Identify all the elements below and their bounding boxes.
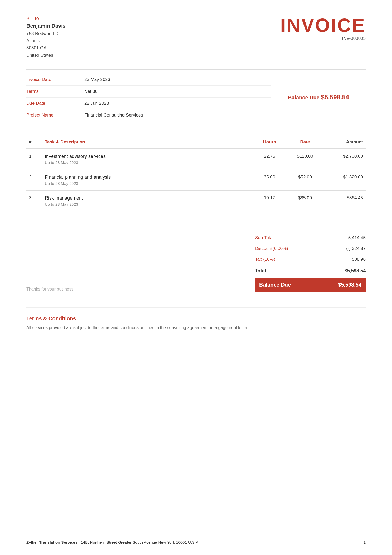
sub-total-label: Sub Total xyxy=(255,235,274,240)
discount-row: Discount(6.00%) (-) 324.87 xyxy=(255,243,366,254)
footer-company: Zylker Translation Services xyxy=(26,540,77,544)
bill-to-label: Bill To xyxy=(26,16,66,21)
row-num: 3 xyxy=(26,190,42,211)
footer-page: 1 xyxy=(364,540,366,544)
project-name-label: Project Name xyxy=(26,113,84,118)
balance-due-total-value: $5,598.54 xyxy=(338,282,361,288)
footer: Zylker Translation Services 14B, Norther… xyxy=(26,536,366,544)
col-rate: Rate xyxy=(287,136,324,149)
col-hours: Hours xyxy=(252,136,287,149)
sub-total-row: Sub Total 5,414.45 xyxy=(255,233,366,243)
info-left: Invoice Date 23 May 2023 Terms Net 30 Du… xyxy=(26,70,271,125)
header: Bill To Benjamin Davis 753 Redwood Dr At… xyxy=(26,16,366,59)
discount-value: (-) 324.87 xyxy=(346,246,366,251)
task-main: Risk management xyxy=(45,195,250,201)
table-row: 1 Investment advisory services Up to 23 … xyxy=(26,149,366,170)
items-table: # Task & Description Hours Rate Amount 1… xyxy=(26,136,366,211)
client-name: Benjamin Davis xyxy=(26,23,66,29)
col-hash: # xyxy=(26,136,42,149)
invoice-number: INV-000005 xyxy=(280,36,366,41)
terms-row: Terms Net 30 xyxy=(26,86,271,98)
footer-left: Zylker Translation Services 14B, Norther… xyxy=(26,540,198,544)
invoice-date-row: Invoice Date 23 May 2023 xyxy=(26,74,271,86)
address-line4: United States xyxy=(26,52,66,59)
balance-due-total-label: Balance Due xyxy=(259,282,291,288)
invoice-date-value: 23 May 2023 xyxy=(84,77,110,82)
terms-label: Terms xyxy=(26,89,84,94)
address-line2: Atlanta xyxy=(26,37,66,44)
table-row: 2 Financial planning and analysis Up to … xyxy=(26,170,366,190)
total-label: Total xyxy=(255,268,266,274)
terms-text: All services provided are subject to the… xyxy=(26,324,366,331)
row-hours: 22.75 xyxy=(252,149,287,170)
project-name-value: Financial Consulting Services xyxy=(84,113,143,118)
balance-due-total-row: Balance Due $5,598.54 xyxy=(255,278,366,292)
row-task: Risk management Up to 23 May 2023 : xyxy=(42,190,252,211)
task-sub: Up to 23 May 2023 xyxy=(45,160,250,165)
col-task: Task & Description xyxy=(42,136,252,149)
tax-label: Tax (10%) xyxy=(255,257,275,262)
row-num: 2 xyxy=(26,170,42,190)
row-num: 1 xyxy=(26,149,42,170)
table-row: 3 Risk management Up to 23 May 2023 : 10… xyxy=(26,190,366,211)
balance-due-amount: $5,598.54 xyxy=(321,94,349,101)
row-rate: $120.00 xyxy=(287,149,324,170)
notes: Thanks for your business. xyxy=(26,287,75,292)
terms-title: Terms & Conditions xyxy=(26,316,366,322)
row-rate: $52.00 xyxy=(287,170,324,190)
row-task: Financial planning and analysis Up to 23… xyxy=(42,170,252,190)
row-amount: $2,730.00 xyxy=(324,149,366,170)
address-line3: 30301 GA xyxy=(26,44,66,51)
task-sub: Up to 23 May 2023 : xyxy=(45,202,250,206)
sub-total-value: 5,414.45 xyxy=(348,235,366,240)
terms-value: Net 30 xyxy=(84,89,97,94)
row-hours: 10.17 xyxy=(252,190,287,211)
row-amount: $1,820.00 xyxy=(324,170,366,190)
invoice-title: INVOICE xyxy=(280,16,366,35)
address-line1: 753 Redwood Dr xyxy=(26,30,66,37)
terms-section: Terms & Conditions All services provided… xyxy=(26,307,366,331)
row-amount: $864.45 xyxy=(324,190,366,211)
footer-address: 14B, Northern Street Greater South Avenu… xyxy=(81,540,198,544)
bill-to-section: Bill To Benjamin Davis 753 Redwood Dr At… xyxy=(26,16,66,59)
row-hours: 35.00 xyxy=(252,170,287,190)
bottom-section: Thanks for your business. Sub Total 5,41… xyxy=(26,233,366,292)
balance-due-box: Balance Due $5,598.54 xyxy=(271,70,366,125)
total-value: $5,598.54 xyxy=(345,268,366,274)
task-sub: Up to 23 May 2023 xyxy=(45,181,250,186)
info-section: Invoice Date 23 May 2023 Terms Net 30 Du… xyxy=(26,69,366,125)
invoice-date-label: Invoice Date xyxy=(26,77,84,82)
invoice-title-section: INVOICE INV-000005 xyxy=(280,16,366,41)
tax-value: 508.96 xyxy=(352,257,366,262)
col-amount: Amount xyxy=(324,136,366,149)
due-date-label: Due Date xyxy=(26,101,84,106)
row-task: Investment advisory services Up to 23 Ma… xyxy=(42,149,252,170)
due-date-value: 22 Jun 2023 xyxy=(84,101,109,106)
totals-table: Sub Total 5,414.45 Discount(6.00%) (-) 3… xyxy=(255,233,366,292)
row-rate: $85.00 xyxy=(287,190,324,211)
total-row: Total $5,598.54 xyxy=(255,265,366,277)
discount-label: Discount(6.00%) xyxy=(255,246,288,251)
due-date-row: Due Date 22 Jun 2023 xyxy=(26,98,271,109)
tax-row: Tax (10%) 508.96 xyxy=(255,254,366,265)
task-main: Financial planning and analysis xyxy=(45,175,250,180)
project-name-row: Project Name Financial Consulting Servic… xyxy=(26,109,271,121)
balance-due-label: Balance Due $5,598.54 xyxy=(288,95,349,100)
task-main: Investment advisory services xyxy=(45,154,250,159)
